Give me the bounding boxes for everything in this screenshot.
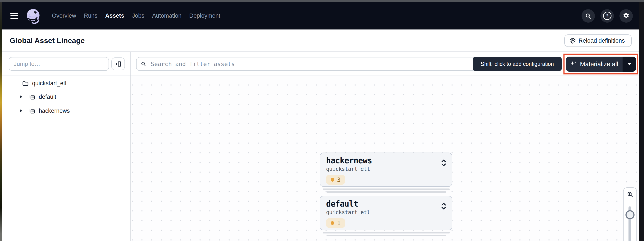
collapse-sidebar-button[interactable]: [111, 57, 125, 70]
dagster-asset-lineage-screen: Overview Runs Assets Jobs Automation Dep…: [0, 0, 644, 241]
jump-to-input[interactable]: [8, 57, 109, 71]
zoom-control-panel: [623, 187, 637, 241]
tree-item-label: hackernews: [39, 108, 70, 114]
asset-count-badge: 3: [326, 175, 345, 185]
reload-definitions-button[interactable]: Reload definitions: [564, 34, 632, 47]
stacked-node-line: [323, 232, 450, 234]
tree-item-label: default: [39, 94, 56, 100]
node-title: default: [326, 200, 446, 209]
stacked-node-line: [323, 189, 450, 190]
top-nav-bar: Overview Runs Assets Jobs Automation Dep…: [2, 2, 639, 29]
hamburger-menu-icon[interactable]: [10, 13, 18, 19]
chevron-down-icon: [628, 63, 631, 65]
tree-guide-line: [15, 90, 15, 117]
nav-menu: Overview Runs Assets Jobs Automation Dep…: [52, 12, 220, 19]
search-icon: [140, 61, 146, 67]
materialize-all-split-button: Materialize all: [566, 57, 636, 72]
node-group-label: quickstart_etl: [326, 209, 446, 215]
asset-node-default[interactable]: default quickstart_etl 1: [320, 196, 452, 230]
expand-caret-icon[interactable]: [20, 95, 22, 99]
header-divider: [2, 51, 639, 52]
expand-caret-icon[interactable]: [20, 109, 22, 113]
search-icon: [585, 12, 592, 19]
nav-item-assets[interactable]: Assets: [105, 12, 124, 19]
zoom-panel-divider: [624, 201, 636, 201]
materialize-all-button[interactable]: Materialize all: [566, 57, 622, 72]
nav-item-deployment[interactable]: Deployment: [189, 12, 220, 19]
expand-group-icon[interactable]: [441, 202, 447, 211]
nav-item-runs[interactable]: Runs: [84, 12, 98, 19]
node-title: hackernews: [326, 156, 446, 165]
asset-group-icon: [29, 94, 35, 100]
reload-definitions-icon: [570, 37, 576, 44]
settings-button[interactable]: [620, 9, 633, 22]
help-button[interactable]: ?: [600, 9, 614, 22]
folder-icon: [22, 81, 29, 86]
tree-item-hackernews[interactable]: hackernews: [20, 105, 70, 116]
status-dot-icon: [330, 178, 334, 182]
nav-right-actions: ?: [582, 2, 633, 29]
asset-group-icon: [29, 108, 35, 114]
stacked-node-line: [326, 235, 446, 236]
dagster-logo-icon[interactable]: [25, 8, 42, 24]
help-icon: ?: [603, 12, 612, 20]
materialize-all-label: Materialize all: [580, 61, 618, 68]
zoom-in-button[interactable]: [624, 188, 636, 201]
asset-count: 1: [337, 220, 340, 226]
search-button[interactable]: [582, 9, 595, 22]
asset-count: 3: [337, 177, 340, 183]
page-scrollbar[interactable]: [639, 2, 644, 241]
stacked-node-line: [326, 191, 446, 193]
zoom-in-icon: [626, 191, 634, 198]
asset-node-hackernews[interactable]: hackernews quickstart_etl 3: [320, 153, 452, 187]
tree-item-label: quickstart_etl: [32, 80, 66, 87]
zoom-slider-knob[interactable]: [626, 210, 634, 219]
status-dot-icon: [330, 221, 334, 225]
gear-icon: [622, 12, 630, 20]
expand-group-icon[interactable]: [441, 159, 447, 167]
desktop-background-sliver: [0, 2, 2, 241]
sparkles-icon: [570, 60, 577, 68]
tree-item-default[interactable]: default: [20, 91, 56, 102]
materialize-tooltip: Shift+click to add configuration: [473, 57, 562, 71]
reload-definitions-label: Reload definitions: [578, 37, 625, 44]
collapse-sidebar-icon: [114, 61, 122, 67]
window-top-edge: [0, 0, 644, 2]
page-title: Global Asset Lineage: [10, 29, 85, 52]
nav-item-automation[interactable]: Automation: [152, 12, 182, 19]
asset-count-badge: 1: [326, 218, 345, 228]
nav-item-overview[interactable]: Overview: [52, 12, 76, 19]
nav-item-jobs[interactable]: Jobs: [132, 12, 144, 19]
tree-item-quickstart-etl[interactable]: quickstart_etl: [22, 78, 66, 89]
materialize-options-button[interactable]: [622, 57, 636, 72]
node-group-label: quickstart_etl: [326, 166, 446, 172]
